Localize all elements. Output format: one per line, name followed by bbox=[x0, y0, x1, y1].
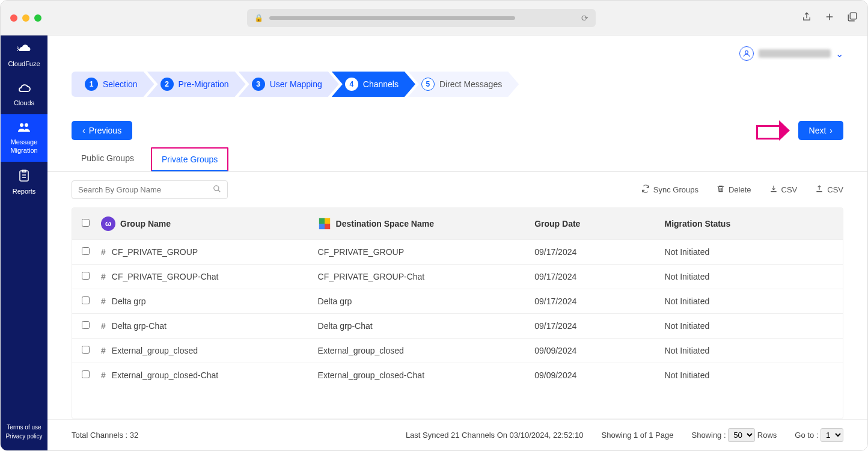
address-bar-wrap: 🔒 ⟳ bbox=[41, 9, 801, 27]
step-direct-messages[interactable]: 5 Direct Messages bbox=[408, 72, 519, 97]
highlight-arrow-annotation bbox=[756, 121, 790, 140]
tabs-icon[interactable] bbox=[847, 11, 858, 25]
cloud-icon bbox=[17, 82, 31, 97]
hash-icon: # bbox=[101, 272, 106, 281]
user-menu[interactable]: ⌄ bbox=[739, 46, 843, 61]
header-dest-space: Destination Space Name bbox=[336, 219, 434, 229]
row-checkbox[interactable] bbox=[82, 247, 90, 255]
step-number: 3 bbox=[252, 78, 265, 91]
main-content: ⌄ 1 Selection 2 Pre-Migration 3 User Map… bbox=[47, 35, 867, 450]
cell-group-date: 09/17/2024 bbox=[534, 272, 664, 281]
main-header: ⌄ bbox=[47, 35, 867, 67]
search-box[interactable] bbox=[72, 180, 228, 199]
svg-rect-7 bbox=[325, 218, 330, 224]
delete-label: Delete bbox=[729, 185, 751, 194]
chevron-down-icon: ⌄ bbox=[836, 48, 843, 60]
row-checkbox[interactable] bbox=[82, 346, 90, 354]
address-bar[interactable]: 🔒 ⟳ bbox=[247, 9, 596, 27]
showing-label: Showing : bbox=[691, 431, 726, 440]
step-selection[interactable]: 1 Selection bbox=[72, 72, 154, 97]
next-button[interactable]: Next › bbox=[798, 121, 843, 140]
step-label: Selection bbox=[103, 79, 138, 89]
rows-per-page-select[interactable]: 50 bbox=[728, 428, 755, 442]
hash-icon: # bbox=[101, 346, 106, 355]
cell-group-date: 09/17/2024 bbox=[534, 321, 664, 331]
tab-public-groups[interactable]: Public Groups bbox=[72, 147, 144, 171]
sidebar-item-label: CloudFuze bbox=[8, 60, 40, 68]
minimize-window-button[interactable] bbox=[22, 14, 29, 22]
app-window: 🔒 ⟳ CloudFuze bbox=[0, 0, 868, 451]
tab-private-groups[interactable]: Private Groups bbox=[151, 147, 228, 171]
goto-page-select[interactable]: 1 bbox=[821, 428, 843, 442]
search-input[interactable] bbox=[78, 185, 213, 194]
cell-group-date: 09/09/2024 bbox=[534, 370, 664, 380]
table-row: # CF_PRIVATE_GROUP CF_PRIVATE_GROUP 09/1… bbox=[72, 239, 843, 264]
cell-group-name: External_group_closed bbox=[112, 346, 198, 355]
step-pre-migration[interactable]: 2 Pre-Migration bbox=[147, 72, 246, 97]
close-window-button[interactable] bbox=[10, 14, 17, 22]
svg-point-4 bbox=[745, 51, 748, 54]
csv-down-label: CSV bbox=[781, 185, 798, 194]
table-row: # CF_PRIVATE_GROUP-Chat CF_PRIVATE_GROUP… bbox=[72, 264, 843, 289]
row-checkbox[interactable] bbox=[82, 321, 90, 329]
hash-icon: # bbox=[101, 321, 106, 331]
upload-icon bbox=[815, 185, 824, 195]
table-row: # External_group_closed-Chat External_gr… bbox=[72, 363, 843, 387]
row-checkbox[interactable] bbox=[82, 370, 90, 378]
row-checkbox[interactable] bbox=[82, 296, 90, 304]
step-number: 5 bbox=[421, 78, 435, 91]
action-row: ‹ Previous Next › bbox=[47, 121, 867, 140]
cell-group-name: External_group_closed-Chat bbox=[112, 370, 218, 380]
header-migration-status: Migration Status bbox=[665, 219, 838, 229]
step-channels[interactable]: 4 Channels bbox=[332, 72, 415, 97]
stepper: 1 Selection 2 Pre-Migration 3 User Mappi… bbox=[47, 72, 867, 97]
goto-label: Go to : bbox=[795, 431, 818, 440]
cell-migration-status: Not Initiated bbox=[665, 272, 838, 281]
csv-download-button[interactable]: CSV bbox=[769, 185, 798, 195]
search-icon bbox=[213, 185, 221, 195]
sync-label: Sync Groups bbox=[653, 185, 698, 194]
cloudfuze-logo-icon bbox=[16, 43, 32, 58]
select-all-checkbox[interactable] bbox=[82, 219, 90, 227]
svg-rect-6 bbox=[319, 218, 324, 224]
privacy-link[interactable]: Privacy policy bbox=[5, 432, 42, 441]
row-checkbox[interactable] bbox=[82, 272, 90, 280]
svg-point-2 bbox=[25, 123, 28, 127]
cell-group-date: 09/17/2024 bbox=[534, 247, 664, 257]
hash-icon: # bbox=[101, 247, 106, 257]
new-tab-icon[interactable] bbox=[824, 11, 835, 25]
sidebar-item-reports[interactable]: Reports bbox=[1, 162, 47, 203]
cell-migration-status: Not Initiated bbox=[665, 321, 838, 331]
share-icon[interactable] bbox=[801, 11, 812, 25]
people-icon bbox=[17, 121, 31, 136]
csv-upload-button[interactable]: CSV bbox=[815, 185, 843, 195]
previous-button[interactable]: ‹ Previous bbox=[72, 121, 132, 140]
table-row: # External_group_closed External_group_c… bbox=[72, 338, 843, 363]
sidebar-item-clouds[interactable]: Clouds bbox=[1, 75, 47, 114]
sidebar-item-cloudfuze[interactable]: CloudFuze bbox=[1, 35, 47, 75]
sync-groups-button[interactable]: Sync Groups bbox=[641, 185, 698, 195]
next-label: Next bbox=[809, 126, 827, 135]
previous-label: Previous bbox=[89, 126, 121, 135]
cell-dest-space: CF_PRIVATE_GROUP bbox=[318, 247, 535, 257]
cell-group-name: CF_PRIVATE_GROUP-Chat bbox=[112, 272, 219, 281]
source-app-icon: ω bbox=[101, 216, 115, 231]
terms-link[interactable]: Terms of use bbox=[5, 423, 42, 432]
cell-migration-status: Not Initiated bbox=[665, 247, 838, 257]
cell-dest-space: External_group_closed-Chat bbox=[318, 370, 535, 380]
cell-dest-space: Delta grp-Chat bbox=[318, 321, 535, 331]
groups-table: ω Group Name Destination Space Name Grou… bbox=[72, 207, 843, 419]
delete-button[interactable]: Delete bbox=[717, 185, 751, 195]
table-row: # Delta grp Delta grp 09/17/2024 Not Ini… bbox=[72, 289, 843, 313]
rows-label: Rows bbox=[757, 431, 777, 440]
url-obscured bbox=[269, 16, 515, 20]
lock-icon: 🔒 bbox=[254, 14, 263, 22]
cell-dest-space: Delta grp bbox=[318, 296, 535, 306]
sidebar-item-message-migration[interactable]: Message Migration bbox=[1, 114, 47, 161]
maximize-window-button[interactable] bbox=[34, 14, 41, 22]
step-user-mapping[interactable]: 3 User Mapping bbox=[239, 72, 339, 97]
refresh-icon[interactable]: ⟳ bbox=[581, 13, 588, 23]
svg-point-5 bbox=[214, 186, 219, 191]
chevron-right-icon: › bbox=[830, 126, 833, 135]
total-channels: Total Channels : 32 bbox=[72, 431, 138, 440]
